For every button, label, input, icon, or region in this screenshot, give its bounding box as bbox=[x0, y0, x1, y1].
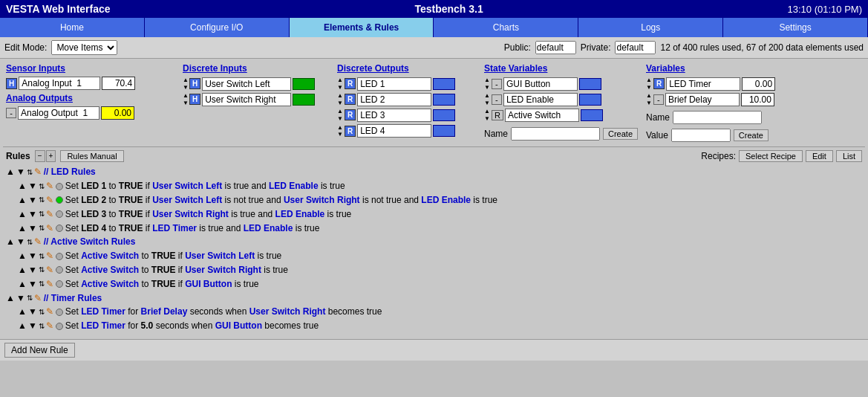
sv-state-2[interactable] bbox=[581, 109, 603, 121]
rule-up-as-1[interactable]: ▲ bbox=[18, 250, 27, 262]
rule-swap-tr-2[interactable]: ⇅ bbox=[39, 321, 45, 332]
sv-state-0[interactable] bbox=[579, 78, 601, 90]
sv-up-1[interactable]: ▲ bbox=[484, 92, 490, 100]
sv-name-input[interactable] bbox=[511, 127, 600, 141]
edit-mode-select[interactable]: Move Items bbox=[51, 40, 117, 55]
rule-edit-led[interactable]: ✎ bbox=[34, 166, 42, 178]
do-state-1[interactable] bbox=[433, 94, 455, 106]
rule-down-as-3[interactable]: ▼ bbox=[28, 278, 37, 291]
rule-edit-as-2[interactable]: ✎ bbox=[46, 264, 53, 277]
analog-output-minus-0[interactable]: - bbox=[6, 108, 16, 118]
rule-edit-tr-2[interactable]: ✎ bbox=[46, 320, 53, 332]
sv-badge-2[interactable]: R bbox=[492, 110, 503, 120]
rule-edit-active[interactable]: ✎ bbox=[34, 236, 42, 248]
rule-up-tr-1[interactable]: ▲ bbox=[18, 306, 27, 318]
rule-down-tr-1[interactable]: ▼ bbox=[28, 306, 37, 318]
var-down-0[interactable]: ▼ bbox=[646, 84, 652, 91]
rule-swap-led-1[interactable]: ⇅ bbox=[39, 181, 45, 192]
rule-down-led-3[interactable]: ▼ bbox=[28, 208, 37, 221]
di-down-1[interactable]: ▼ bbox=[183, 100, 189, 107]
var-name-input[interactable] bbox=[673, 111, 762, 124]
public-input[interactable] bbox=[535, 41, 576, 54]
sv-minus-0[interactable]: - bbox=[492, 79, 502, 89]
rule-swap-as-2[interactable]: ⇅ bbox=[39, 265, 45, 275]
do-up-0[interactable]: ▲ bbox=[337, 77, 343, 84]
rule-down-led-2[interactable]: ▼ bbox=[28, 194, 37, 207]
do-name-0[interactable] bbox=[357, 77, 431, 91]
rule-swap-as-1[interactable]: ⇅ bbox=[39, 251, 45, 262]
rule-edit-led-4[interactable]: ✎ bbox=[46, 222, 53, 235]
rule-down-timer[interactable]: ▼ bbox=[16, 292, 25, 305]
sv-state-1[interactable] bbox=[579, 94, 601, 106]
analog-output-value-0[interactable] bbox=[101, 106, 134, 120]
rule-down-as-2[interactable]: ▼ bbox=[28, 264, 37, 277]
di-state-0[interactable] bbox=[293, 78, 315, 90]
rule-down-led-1[interactable]: ▼ bbox=[28, 180, 37, 193]
rule-swap-active[interactable]: ⇅ bbox=[27, 237, 33, 248]
do-up-3[interactable]: ▲ bbox=[337, 124, 343, 132]
tab-logs[interactable]: Logs bbox=[578, 18, 723, 37]
rule-down-as-1[interactable]: ▼ bbox=[28, 250, 37, 262]
do-up-2[interactable]: ▲ bbox=[337, 108, 343, 115]
rule-up-led-4[interactable]: ▲ bbox=[18, 222, 27, 235]
var-up-0[interactable]: ▲ bbox=[646, 77, 652, 84]
var-up-1[interactable]: ▲ bbox=[646, 92, 652, 100]
sv-down-0[interactable]: ▼ bbox=[484, 84, 490, 91]
var-create-button[interactable]: Create bbox=[734, 129, 769, 141]
rule-edit-led-2[interactable]: ✎ bbox=[46, 194, 53, 207]
rule-up-led-1[interactable]: ▲ bbox=[18, 180, 27, 193]
rule-down-tr-2[interactable]: ▼ bbox=[28, 320, 37, 332]
var-name-0[interactable] bbox=[666, 77, 740, 91]
do-up-1[interactable]: ▲ bbox=[337, 92, 343, 100]
rule-edit-timer[interactable]: ✎ bbox=[34, 292, 42, 305]
rule-up-as-2[interactable]: ▲ bbox=[18, 264, 27, 277]
edit-recipe-button[interactable]: Edit bbox=[806, 150, 833, 162]
sv-name-0[interactable] bbox=[503, 77, 578, 91]
do-name-3[interactable] bbox=[357, 124, 431, 138]
di-down-0[interactable]: ▼ bbox=[183, 84, 189, 91]
sv-minus-1[interactable]: - bbox=[492, 94, 502, 105]
var-minus-1[interactable]: - bbox=[653, 94, 664, 105]
rule-up-as-3[interactable]: ▲ bbox=[18, 278, 27, 291]
sv-down-1[interactable]: ▼ bbox=[484, 100, 490, 107]
di-name-1[interactable] bbox=[202, 93, 291, 106]
rule-edit-as-3[interactable]: ✎ bbox=[46, 278, 53, 291]
di-name-0[interactable] bbox=[202, 77, 291, 91]
rule-swap-led[interactable]: ⇅ bbox=[27, 167, 33, 178]
rule-swap-led-4[interactable]: ⇅ bbox=[39, 223, 45, 233]
rule-up-led-3[interactable]: ▲ bbox=[18, 208, 27, 221]
sv-up-2[interactable]: ▲ bbox=[484, 108, 490, 115]
rule-swap-as-3[interactable]: ⇅ bbox=[39, 279, 45, 289]
rule-down-led[interactable]: ▼ bbox=[16, 166, 25, 178]
tab-settings[interactable]: Settings bbox=[723, 18, 868, 37]
rule-edit-tr-1[interactable]: ✎ bbox=[46, 306, 53, 318]
do-down-3[interactable]: ▼ bbox=[337, 131, 343, 138]
rules-expand-btn[interactable]: + bbox=[46, 150, 56, 162]
rules-manual-button[interactable]: Rules Manual bbox=[60, 150, 123, 162]
rule-edit-led-3[interactable]: ✎ bbox=[46, 208, 53, 221]
analog-output-name-0[interactable] bbox=[18, 106, 99, 120]
rule-swap-led-3[interactable]: ⇅ bbox=[39, 209, 45, 219]
rule-down-led-4[interactable]: ▼ bbox=[28, 222, 37, 235]
rule-up-tr-2[interactable]: ▲ bbox=[18, 320, 27, 332]
add-new-rule-button[interactable]: Add New Rule bbox=[4, 343, 75, 358]
sensor-input-name-0[interactable] bbox=[19, 77, 100, 90]
do-state-0[interactable] bbox=[433, 78, 455, 90]
list-recipe-button[interactable]: List bbox=[836, 150, 862, 162]
rule-down-active[interactable]: ▼ bbox=[16, 236, 25, 248]
var-value-1[interactable] bbox=[741, 93, 774, 106]
di-state-1[interactable] bbox=[293, 94, 315, 106]
rule-edit-as-1[interactable]: ✎ bbox=[46, 250, 53, 262]
sv-down-2[interactable]: ▼ bbox=[484, 115, 490, 123]
private-input[interactable] bbox=[615, 41, 656, 54]
tab-charts[interactable]: Charts bbox=[434, 18, 578, 37]
var-down-1[interactable]: ▼ bbox=[646, 100, 652, 107]
do-down-1[interactable]: ▼ bbox=[337, 100, 343, 107]
sv-create-button[interactable]: Create bbox=[603, 128, 638, 140]
do-name-1[interactable] bbox=[357, 93, 431, 106]
rules-collapse-btn[interactable]: − bbox=[35, 150, 45, 162]
do-down-2[interactable]: ▼ bbox=[337, 115, 343, 123]
tab-configure-io[interactable]: Configure I/O bbox=[145, 18, 290, 37]
rule-up-timer[interactable]: ▲ bbox=[6, 292, 15, 305]
do-down-0[interactable]: ▼ bbox=[337, 84, 343, 91]
